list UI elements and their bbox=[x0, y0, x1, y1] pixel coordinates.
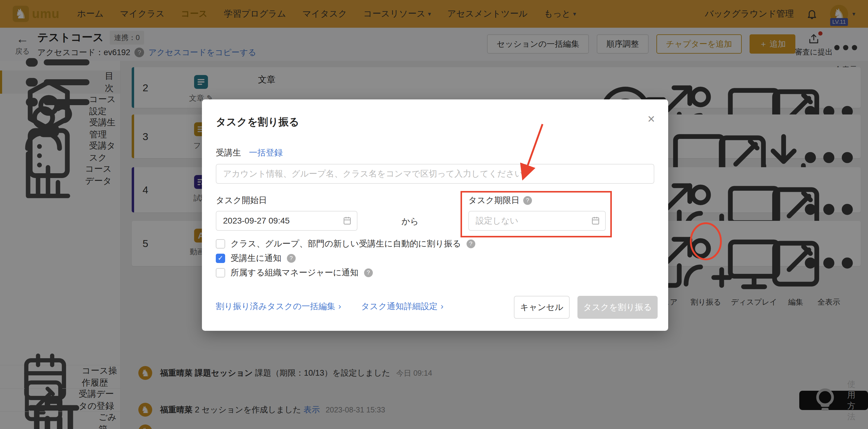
calendar-icon[interactable] bbox=[342, 216, 354, 228]
help-icon[interactable]: ? bbox=[287, 254, 296, 263]
help-icon[interactable]: ? bbox=[364, 268, 373, 277]
chevron-right-icon: › bbox=[338, 302, 341, 311]
bulk-edit-assigned-tasks-link[interactable]: 割り振り済みタスクの一括編集› bbox=[216, 301, 341, 312]
students-input[interactable] bbox=[216, 164, 654, 184]
page: ♞ umu ホーム マイクラス コース 学習プログラム マイタスク コースリソー… bbox=[0, 0, 868, 429]
annotation-highlight-box bbox=[461, 191, 612, 237]
checkbox-checked[interactable]: ✓ bbox=[216, 254, 225, 263]
modal-title: タスクを割り振る bbox=[216, 115, 299, 129]
chevron-right-icon: › bbox=[441, 302, 443, 311]
cancel-button[interactable]: キャンセル bbox=[514, 296, 569, 319]
checkbox-unchecked[interactable] bbox=[216, 239, 225, 249]
auto-assign-checkbox-row: クラス、グループ、部門の新しい受講生に自動的に割り振る ? bbox=[216, 238, 475, 250]
help-icon[interactable]: ? bbox=[467, 239, 475, 248]
notify-managers-checkbox-row: 所属する組織マネージャーに通知 ? bbox=[216, 267, 373, 278]
students-label: 受講生 bbox=[216, 147, 241, 159]
bulk-register-link[interactable]: 一括登録 bbox=[249, 147, 283, 159]
task-notification-settings-link[interactable]: タスク通知詳細設定› bbox=[361, 301, 443, 312]
start-date-label: タスク開始日 bbox=[216, 195, 267, 206]
range-connector: から bbox=[401, 216, 418, 227]
close-icon[interactable]: × bbox=[647, 113, 655, 125]
notify-students-checkbox-row: ✓ 受講生に通知 ? bbox=[216, 253, 296, 264]
assign-task-submit-button[interactable]: タスクを割り振る bbox=[578, 296, 658, 319]
checkbox-unchecked[interactable] bbox=[216, 268, 225, 277]
start-date-input[interactable] bbox=[216, 211, 358, 231]
